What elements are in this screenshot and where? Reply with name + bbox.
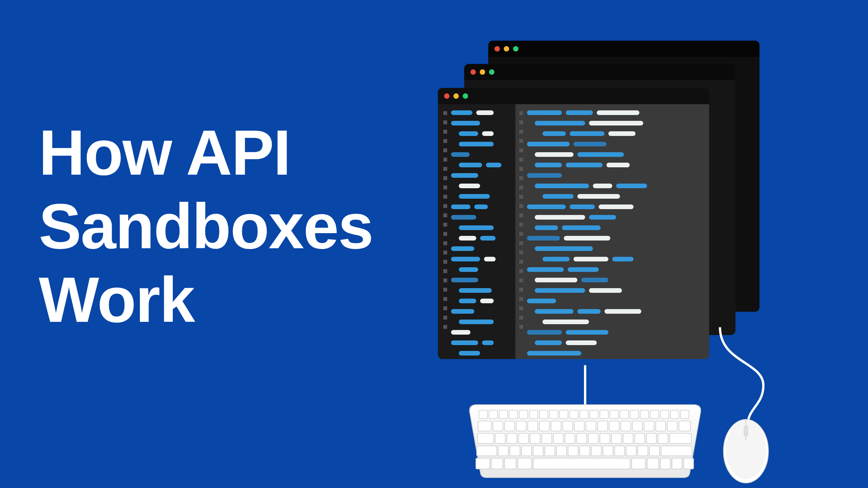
svg-rect-5 bbox=[529, 410, 538, 419]
svg-rect-43 bbox=[530, 433, 540, 443]
svg-rect-19 bbox=[670, 410, 679, 419]
minimize-icon bbox=[480, 69, 485, 75]
svg-rect-16 bbox=[640, 410, 649, 419]
svg-rect-13 bbox=[610, 410, 618, 419]
svg-rect-26 bbox=[539, 421, 549, 431]
maximize-icon bbox=[489, 69, 494, 75]
minimize-icon bbox=[504, 46, 509, 52]
svg-rect-62 bbox=[556, 446, 567, 456]
svg-rect-12 bbox=[600, 410, 608, 419]
svg-rect-22 bbox=[493, 421, 503, 431]
svg-rect-57 bbox=[498, 446, 508, 456]
svg-rect-77 bbox=[632, 458, 646, 469]
editor-sidebar bbox=[438, 104, 515, 359]
svg-rect-58 bbox=[510, 446, 520, 456]
svg-rect-54 bbox=[658, 433, 668, 443]
svg-rect-33 bbox=[621, 421, 631, 431]
svg-rect-14 bbox=[620, 410, 629, 419]
window-titlebar bbox=[488, 41, 760, 57]
close-icon bbox=[470, 69, 476, 75]
svg-rect-71 bbox=[661, 446, 692, 456]
close-icon bbox=[444, 93, 450, 99]
svg-rect-1 bbox=[489, 410, 498, 419]
svg-rect-42 bbox=[518, 433, 529, 443]
svg-rect-6 bbox=[539, 410, 548, 419]
svg-rect-56 bbox=[477, 446, 497, 456]
svg-rect-68 bbox=[626, 446, 636, 456]
svg-rect-76 bbox=[533, 458, 630, 469]
maximize-icon bbox=[463, 93, 468, 99]
svg-rect-69 bbox=[638, 446, 648, 456]
svg-rect-51 bbox=[623, 433, 633, 443]
svg-rect-32 bbox=[609, 421, 619, 431]
svg-rect-81 bbox=[684, 458, 694, 469]
svg-rect-85 bbox=[744, 426, 748, 436]
svg-rect-38 bbox=[679, 421, 691, 431]
svg-rect-35 bbox=[644, 421, 654, 431]
svg-rect-46 bbox=[565, 433, 575, 443]
svg-rect-40 bbox=[495, 433, 505, 443]
svg-rect-23 bbox=[505, 421, 515, 431]
svg-rect-64 bbox=[580, 446, 590, 456]
svg-rect-3 bbox=[509, 410, 518, 419]
svg-rect-41 bbox=[507, 433, 517, 443]
svg-rect-63 bbox=[568, 446, 578, 456]
svg-rect-74 bbox=[505, 458, 516, 469]
main-code bbox=[527, 110, 703, 354]
svg-rect-48 bbox=[588, 433, 598, 443]
svg-rect-34 bbox=[632, 421, 642, 431]
svg-rect-10 bbox=[580, 410, 588, 419]
editor-window-front bbox=[438, 88, 709, 359]
svg-rect-65 bbox=[591, 446, 601, 456]
svg-rect-15 bbox=[630, 410, 639, 419]
mouse-icon bbox=[721, 416, 771, 484]
svg-rect-27 bbox=[551, 421, 561, 431]
keyboard-icon bbox=[469, 401, 701, 478]
svg-rect-61 bbox=[545, 446, 555, 456]
svg-rect-66 bbox=[603, 446, 613, 456]
svg-rect-75 bbox=[518, 458, 532, 469]
window-titlebar bbox=[438, 88, 709, 104]
headline: How API Sandboxes Work bbox=[39, 116, 373, 337]
svg-rect-29 bbox=[574, 421, 584, 431]
svg-rect-2 bbox=[499, 410, 508, 419]
svg-rect-0 bbox=[479, 410, 487, 419]
svg-rect-30 bbox=[586, 421, 596, 431]
sidebar-code bbox=[451, 110, 512, 354]
svg-rect-72 bbox=[476, 458, 490, 469]
svg-rect-47 bbox=[577, 433, 587, 443]
svg-rect-49 bbox=[600, 433, 610, 443]
headline-line-1: How API bbox=[39, 116, 373, 190]
svg-rect-24 bbox=[516, 421, 526, 431]
svg-rect-11 bbox=[590, 410, 598, 419]
headline-line-2: Sandboxes bbox=[39, 190, 373, 263]
mouse-cable-icon bbox=[717, 327, 775, 428]
svg-rect-37 bbox=[667, 421, 677, 431]
svg-rect-8 bbox=[560, 410, 568, 419]
svg-rect-52 bbox=[635, 433, 645, 443]
svg-rect-53 bbox=[646, 433, 656, 443]
headline-line-3: Work bbox=[39, 263, 373, 337]
svg-rect-79 bbox=[660, 458, 670, 469]
svg-rect-70 bbox=[649, 446, 660, 456]
svg-rect-73 bbox=[491, 458, 503, 469]
svg-rect-25 bbox=[528, 421, 538, 431]
svg-rect-45 bbox=[553, 433, 563, 443]
editor-body bbox=[438, 104, 709, 359]
line-gutter bbox=[519, 110, 523, 354]
svg-rect-67 bbox=[615, 446, 625, 456]
svg-rect-50 bbox=[611, 433, 622, 443]
svg-rect-59 bbox=[522, 446, 532, 456]
svg-rect-17 bbox=[650, 410, 659, 419]
line-gutter bbox=[443, 110, 447, 354]
svg-rect-80 bbox=[672, 458, 682, 469]
svg-rect-55 bbox=[670, 433, 691, 443]
svg-rect-7 bbox=[549, 410, 558, 419]
svg-rect-31 bbox=[598, 421, 608, 431]
editor-main bbox=[515, 104, 709, 359]
keyboard-cable-icon bbox=[570, 365, 601, 406]
svg-rect-18 bbox=[660, 410, 669, 419]
svg-rect-9 bbox=[570, 410, 578, 419]
svg-rect-44 bbox=[542, 433, 552, 443]
svg-rect-60 bbox=[533, 446, 543, 456]
